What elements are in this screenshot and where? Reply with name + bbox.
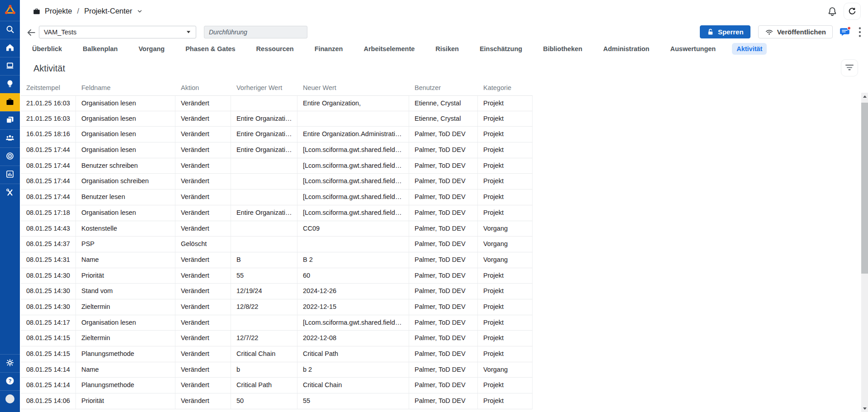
sidebar-item-ideas[interactable] xyxy=(0,75,20,93)
cell-neuer-wert: [Lcom.sciforma.gwt.shared.fieldengi... xyxy=(297,205,409,221)
cell-aktion: Verändert xyxy=(175,221,231,237)
top-header: Projekte / Projekt-Center xyxy=(20,0,868,22)
cell-benutzer: Palmer, ToD DEV xyxy=(409,393,478,409)
table-row[interactable]: 08.01.25 14:06 Priorität Verändert 50 55… xyxy=(21,393,533,409)
cell-kategorie: Projekt xyxy=(478,378,533,393)
table-row[interactable]: 08.01.25 17:44 Organisation lesen Veränd… xyxy=(21,142,533,158)
tab-ressourcen[interactable]: Ressourcen xyxy=(252,43,298,55)
table-row[interactable]: 08.01.25 17:44 Benutzer lesen Verändert … xyxy=(21,189,533,205)
cell-zeitstempel: 08.01.25 14:43 xyxy=(21,221,76,237)
breadcrumb[interactable]: Projekte / Projekt-Center xyxy=(33,7,143,15)
lock-button-label: Sperren xyxy=(718,28,744,36)
phase-field[interactable]: Durchführung xyxy=(204,26,307,38)
scroll-up-arrow[interactable] xyxy=(861,93,868,100)
tab-balkenplan[interactable]: Balkenplan xyxy=(78,43,122,55)
column-header[interactable]: Zeitstempel xyxy=(21,84,76,91)
refresh-button[interactable] xyxy=(844,3,861,20)
table-row[interactable]: 08.01.25 14:14 Name Verändert b b 2 Palm… xyxy=(21,362,533,378)
svg-text:?: ? xyxy=(9,378,12,384)
table-row[interactable]: 08.01.25 14:37 PSP Gelöscht Palmer, ToD … xyxy=(21,237,533,252)
tab-vorgang[interactable]: Vorgang xyxy=(134,43,169,55)
notifications-button[interactable] xyxy=(827,6,837,16)
back-button[interactable] xyxy=(26,27,37,38)
column-header[interactable]: Kategorie xyxy=(478,84,533,91)
tab-arbeitselemente[interactable]: Arbeitselemente xyxy=(359,43,419,55)
sidebar-item-goals[interactable] xyxy=(0,147,20,166)
sidebar-item-portfolios[interactable] xyxy=(0,111,20,129)
sidebar-item-resources[interactable] xyxy=(0,129,20,147)
project-selector[interactable]: VAM_Tests xyxy=(39,26,196,38)
table-row[interactable]: 08.01.25 14:17 Organisation lesen Veränd… xyxy=(21,315,533,331)
table-row[interactable]: 08.01.25 17:44 Benutzer schreiben Veränd… xyxy=(21,158,533,174)
lock-open-icon xyxy=(707,28,714,36)
tab-finanzen[interactable]: Finanzen xyxy=(310,43,348,55)
tab-risiken[interactable]: Risiken xyxy=(431,43,463,55)
chat-button[interactable] xyxy=(839,26,851,38)
tab-label: Aktivität xyxy=(736,45,762,52)
table-row[interactable]: 08.01.25 14:14 Planungsmethode Verändert… xyxy=(21,378,533,393)
sciforma-logo[interactable] xyxy=(0,0,20,21)
sidebar-item-projects[interactable] xyxy=(0,93,20,111)
sidebar-item-search[interactable] xyxy=(0,21,20,39)
tab-aktivitaet[interactable]: Aktivität xyxy=(732,43,767,55)
cell-benutzer: Etienne, Crystal xyxy=(409,111,478,127)
table-row[interactable]: 08.01.25 14:30 Stand vom Verändert 12/19… xyxy=(21,284,533,299)
scrollbar-thumb[interactable] xyxy=(861,103,868,274)
table-row[interactable]: 08.01.25 14:30 Zieltermin Verändert 12/8… xyxy=(21,299,533,315)
breadcrumb-page[interactable]: Projekt-Center xyxy=(84,7,132,15)
cell-vorheriger-wert: 12/8/22 xyxy=(231,299,297,315)
tab-ueberblick[interactable]: Überblick xyxy=(28,43,66,55)
lock-button[interactable]: Sperren xyxy=(700,25,750,38)
table-row[interactable]: 16.01.25 18:16 Organisation lesen Veränd… xyxy=(21,127,533,142)
table-row[interactable]: 08.01.25 14:15 Planungsmethode Verändert… xyxy=(21,346,533,362)
vertical-scrollbar[interactable] xyxy=(861,93,868,412)
column-header[interactable]: Feldname xyxy=(76,84,175,91)
table-row[interactable]: 08.01.25 14:43 Kostenstelle Verändert CC… xyxy=(21,221,533,237)
table-row[interactable]: 21.01.25 16:03 Organisation lesen Veränd… xyxy=(21,111,533,127)
cell-vorheriger-wert xyxy=(231,237,297,252)
column-header[interactable]: Neuer Wert xyxy=(297,84,409,91)
search-icon xyxy=(5,25,14,36)
sidebar-item-workspace[interactable] xyxy=(0,57,20,75)
team-icon xyxy=(5,133,14,144)
column-header[interactable]: Aktion xyxy=(175,84,231,91)
column-header[interactable]: Vorheriger Wert xyxy=(231,84,297,91)
scroll-down-arrow[interactable] xyxy=(861,405,868,412)
cell-feldname: Kostenstelle xyxy=(76,221,175,237)
cell-neuer-wert: [Lcom.sciforma.gwt.shared.fieldengi... xyxy=(297,174,409,189)
cell-kategorie: Projekt xyxy=(478,315,533,331)
tab-administration[interactable]: Administration xyxy=(599,43,654,55)
table-row[interactable]: 08.01.25 17:44 Organisation schreiben Ve… xyxy=(21,174,533,189)
cell-vorheriger-wert xyxy=(231,189,297,205)
tab-einschaetzung[interactable]: Einschätzung xyxy=(475,43,527,55)
filter-button[interactable] xyxy=(841,59,858,76)
table-row[interactable]: 21.01.25 16:03 Organisation lesen Veränd… xyxy=(21,95,533,111)
table-row[interactable]: 08.01.25 14:15 Zieltermin Verändert 12/7… xyxy=(21,331,533,346)
cell-vorheriger-wert: Critical Path xyxy=(231,378,297,393)
more-menu-button[interactable] xyxy=(859,27,861,38)
tab-bibliotheken[interactable]: Bibliotheken xyxy=(538,43,587,55)
cell-zeitstempel: 08.01.25 14:30 xyxy=(21,284,76,299)
cell-neuer-wert xyxy=(297,237,409,252)
cell-benutzer: Palmer, ToD DEV xyxy=(409,378,478,393)
tab-auswertungen[interactable]: Auswertungen xyxy=(665,43,720,55)
publish-button[interactable]: Veröffentlichen xyxy=(758,25,833,38)
cell-kategorie: Vorgang xyxy=(478,221,533,237)
table-row[interactable]: 08.01.25 14:31 Name Verändert B B 2 Palm… xyxy=(21,252,533,268)
tab-label: Risiken xyxy=(435,45,459,52)
column-header[interactable]: Benutzer xyxy=(409,84,478,91)
cell-neuer-wert: [Lcom.sciforma.gwt.shared.fieldengi... xyxy=(297,315,409,331)
sidebar-item-help[interactable]: ? xyxy=(0,372,20,390)
sidebar-item-tools[interactable] xyxy=(0,184,20,202)
table-row[interactable]: 08.01.25 17:18 Organisation lesen Veränd… xyxy=(21,205,533,221)
cell-vorheriger-wert xyxy=(231,158,297,174)
sidebar-item-home[interactable] xyxy=(0,39,20,57)
tab-phasen-gates[interactable]: Phasen & Gates xyxy=(181,43,240,55)
table-row[interactable]: 08.01.25 14:30 Priorität Verändert 55 60… xyxy=(21,268,533,284)
breadcrumb-section[interactable]: Projekte xyxy=(45,7,72,15)
sidebar-item-profile[interactable] xyxy=(0,390,20,408)
sidebar-item-settings[interactable] xyxy=(0,354,20,372)
cell-zeitstempel: 08.01.25 14:31 xyxy=(21,252,76,268)
sidebar-item-reports[interactable] xyxy=(0,166,20,184)
cell-kategorie: Projekt xyxy=(478,205,533,221)
